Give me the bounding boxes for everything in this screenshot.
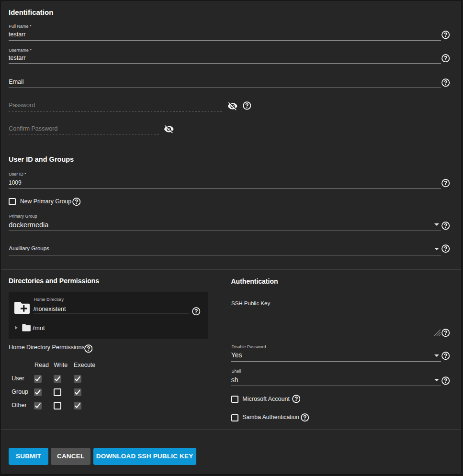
svg-text:?: ? xyxy=(444,353,447,359)
svg-text:?: ? xyxy=(87,345,90,352)
svg-text:?: ? xyxy=(75,199,78,205)
svg-text:?: ? xyxy=(303,414,306,421)
svg-text:?: ? xyxy=(245,102,248,109)
svg-text:?: ? xyxy=(194,308,198,315)
svg-text:?: ? xyxy=(444,32,447,38)
svg-text:?: ? xyxy=(444,55,447,62)
svg-text:?: ? xyxy=(444,377,447,384)
svg-text:?: ? xyxy=(444,245,447,252)
svg-text:?: ? xyxy=(444,330,447,336)
svg-text:?: ? xyxy=(444,180,447,187)
svg-text:?: ? xyxy=(294,396,298,402)
svg-text:?: ? xyxy=(444,222,447,229)
svg-text:?: ? xyxy=(444,79,447,86)
